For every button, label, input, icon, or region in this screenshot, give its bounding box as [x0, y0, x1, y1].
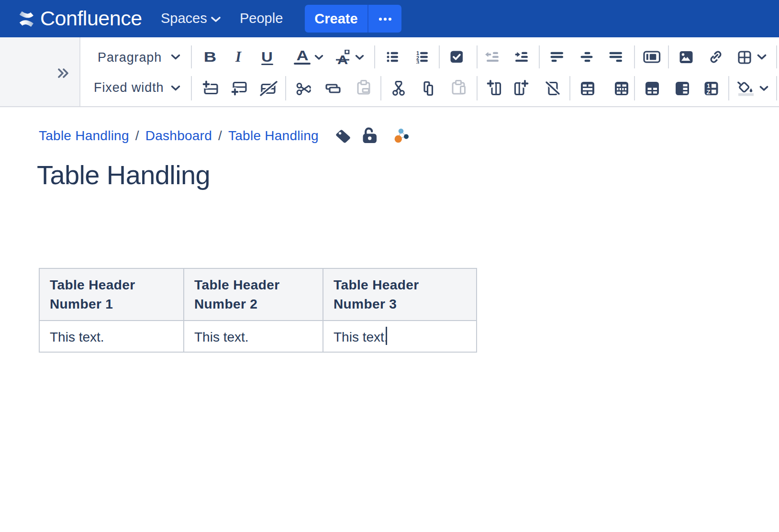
svg-text:Z: Z	[707, 89, 711, 95]
svg-text:3: 3	[416, 59, 419, 64]
